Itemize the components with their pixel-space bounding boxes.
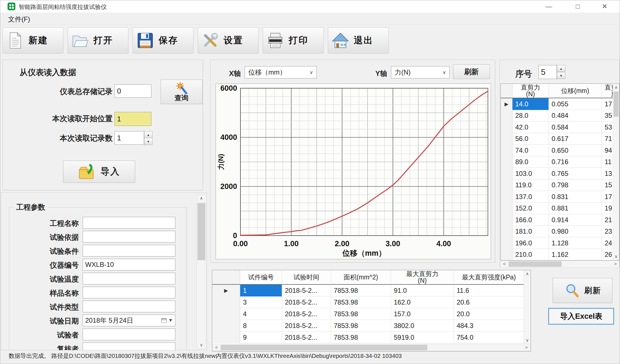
table-cell[interactable]: 2018-5-2...: [282, 320, 331, 332]
param-input-9[interactable]: [83, 343, 175, 350]
table-cell[interactable]: 166.0: [512, 214, 549, 226]
scroll-down-icon[interactable]: ∨: [524, 337, 531, 344]
table-cell[interactable]: 196.0: [512, 237, 549, 249]
scroll-left-icon[interactable]: <: [213, 344, 220, 351]
table-cell[interactable]: 0.914: [549, 214, 602, 226]
open-button[interactable]: 打开: [68, 27, 128, 54]
table-row[interactable]: 196.01.12824: [501, 237, 619, 249]
read-count-input[interactable]: 1: [115, 131, 144, 145]
table-cell[interactable]: 0.650: [549, 145, 602, 156]
table-cell[interactable]: 91.0: [391, 285, 454, 296]
row-header-cell[interactable]: [501, 133, 512, 145]
start-pos-input[interactable]: 1: [115, 112, 151, 126]
table-row[interactable]: 28.00.48435: [501, 110, 619, 122]
table-cell[interactable]: 119.0: [512, 179, 549, 191]
table-row[interactable]: 119.00.79815: [501, 179, 619, 191]
sequence-spin-down[interactable]: ▼: [557, 72, 565, 79]
table-cell[interactable]: 3802.0: [391, 320, 454, 332]
export-excel-button[interactable]: 导入Excel表: [548, 308, 614, 325]
print-button[interactable]: 打印: [263, 27, 324, 54]
scroll-down-icon[interactable]: ∨: [613, 253, 619, 260]
table-cell[interactable]: 1.128: [549, 237, 602, 249]
table-cell[interactable]: 152.0: [512, 203, 549, 214]
table-cell[interactable]: 42.0: [512, 121, 549, 133]
table-row[interactable]: 181.00.98023: [501, 226, 619, 238]
table-cell[interactable]: 28.0: [512, 110, 549, 122]
table-cell[interactable]: 20.0: [454, 308, 524, 320]
shear-hscroll-thumb[interactable]: [509, 261, 562, 267]
shear-grid-vscroll[interactable]: ∧ ∨: [613, 84, 619, 260]
param-input-2[interactable]: [83, 245, 175, 257]
table-cell[interactable]: 7853.98: [331, 285, 391, 296]
table-row[interactable]: 166.00.91421: [501, 214, 619, 226]
table-cell[interactable]: 210.0: [512, 249, 549, 261]
row-header-cell[interactable]: [501, 145, 512, 156]
param-input-3[interactable]: WXLB-10: [83, 259, 175, 270]
read-count-spin-down[interactable]: ▼: [144, 138, 152, 145]
table-row[interactable]: 42018-5-2...7853.98157.020.0: [212, 308, 531, 320]
row-header-cell[interactable]: [212, 320, 240, 332]
table-cell[interactable]: 0.881: [549, 203, 602, 214]
table-cell[interactable]: 2018-5-2...: [282, 332, 331, 343]
import-button[interactable]: 导入: [63, 161, 135, 183]
results-hscroll-thumb[interactable]: [221, 345, 427, 350]
row-header-cell[interactable]: [501, 156, 512, 168]
scroll-right-icon[interactable]: >: [612, 261, 619, 267]
row-header-cell[interactable]: [501, 226, 512, 238]
row-header-cell[interactable]: [501, 168, 512, 179]
table-cell[interactable]: 1: [240, 285, 282, 296]
table-cell[interactable]: 0.765: [549, 168, 602, 179]
table-cell[interactable]: 2018-5-2...: [282, 308, 331, 320]
table-cell[interactable]: 0.980: [549, 226, 602, 238]
table-cell[interactable]: 56.0: [512, 133, 549, 145]
table-cell[interactable]: 0.716: [549, 156, 602, 168]
table-cell[interactable]: 0.584: [549, 121, 602, 133]
project-scrollbar-thumb[interactable]: [197, 203, 205, 260]
table-cell[interactable]: 0.484: [549, 110, 602, 122]
project-scrollbar[interactable]: ∧ ∨: [197, 194, 206, 349]
column-header[interactable]: 位移(mm): [549, 84, 602, 98]
table-cell[interactable]: 3: [240, 296, 282, 308]
table-row[interactable]: 152.00.88119: [501, 203, 619, 214]
scroll-right-icon[interactable]: >: [523, 344, 530, 351]
param-input-5[interactable]: [83, 287, 175, 298]
table-cell[interactable]: 0.798: [549, 179, 602, 191]
sequence-spin-up[interactable]: ▲: [557, 65, 565, 72]
table-cell[interactable]: 7853.98: [331, 296, 391, 308]
table-cell[interactable]: 0.055: [549, 98, 602, 110]
close-button[interactable]: ✕: [591, 0, 618, 13]
table-cell[interactable]: 103.0: [512, 168, 549, 179]
row-marker-icon[interactable]: ▶: [501, 98, 512, 110]
scroll-left-icon[interactable]: <: [501, 261, 508, 267]
table-cell[interactable]: 11.6: [454, 285, 524, 296]
table-row[interactable]: 210.01.16226: [501, 249, 619, 261]
table-cell[interactable]: 89.0: [512, 156, 549, 168]
column-header[interactable]: 最大直剪强度(kPa): [454, 270, 524, 285]
shear-vscroll-thumb[interactable]: [614, 92, 619, 117]
table-row[interactable]: 42.00.58453: [501, 121, 619, 133]
table-row[interactable]: 89.00.71611: [501, 156, 619, 168]
table-cell[interactable]: 5919.0: [391, 332, 454, 343]
table-cell[interactable]: 157.0: [391, 308, 454, 320]
table-cell[interactable]: 1.162: [549, 249, 602, 261]
row-header-cell[interactable]: [501, 237, 512, 249]
table-row[interactable]: ▶14.00.05517: [501, 98, 619, 110]
table-cell[interactable]: 7853.98: [331, 308, 391, 320]
table-row[interactable]: 103.00.76513: [501, 168, 619, 179]
row-header-cell[interactable]: [501, 110, 512, 122]
column-header[interactable]: 试件编号: [240, 270, 282, 285]
menu-file[interactable]: 文件(F): [6, 14, 32, 24]
y-axis-select[interactable]: 力(N) ∨: [391, 66, 450, 78]
row-header-cell[interactable]: [501, 249, 512, 261]
shear-grid-hscroll[interactable]: < >: [500, 260, 619, 268]
row-header-cell[interactable]: [212, 308, 240, 320]
table-row[interactable]: 74.00.65094: [501, 145, 619, 156]
datepicker-button[interactable]: ▼: [161, 317, 173, 324]
settings-button[interactable]: 设置: [198, 27, 259, 54]
scroll-up-icon[interactable]: ∧: [613, 84, 619, 91]
row-header-cell[interactable]: [501, 191, 512, 203]
table-cell[interactable]: 14.0: [512, 98, 549, 110]
table-cell[interactable]: 162.0: [391, 296, 454, 308]
exit-button[interactable]: 退出: [328, 27, 389, 54]
scroll-down-icon[interactable]: ∨: [197, 341, 206, 349]
